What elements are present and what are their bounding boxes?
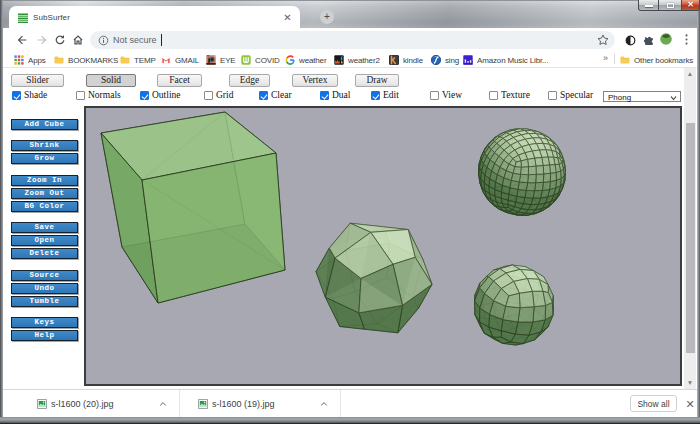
mode-button-draw[interactable]: Draw [355, 74, 399, 87]
extension-puzzle-icon[interactable] [643, 35, 655, 47]
webgl-canvas[interactable] [84, 106, 682, 386]
amazon-music-icon [463, 55, 473, 65]
bookmark-item-apps[interactable]: Apps [14, 54, 46, 66]
minimize-icon [645, 5, 653, 7]
eye-photo-icon [206, 55, 216, 65]
sidebar-button-tumble[interactable]: Tumble [11, 296, 78, 307]
sidebar-button-undo[interactable]: Undo [11, 283, 78, 294]
google-g-icon [285, 55, 295, 65]
checkbox-texture[interactable] [489, 91, 498, 100]
bookmarks-overflow-chevron[interactable]: » [603, 53, 608, 63]
bookmark-item-amazon-music-libr[interactable]: Amazon Music Libr... [463, 54, 548, 66]
close-window-button[interactable]: ✕ [681, 0, 700, 11]
sidebar-button-delete[interactable]: Delete [11, 248, 78, 259]
bookmark-label: Apps [28, 56, 46, 65]
scrollbar-thumb[interactable] [686, 123, 695, 353]
sidebar-button-add-cube[interactable]: Add Cube [11, 119, 78, 130]
info-icon[interactable] [98, 35, 109, 46]
reload-icon[interactable] [54, 34, 66, 46]
page-scrollbar[interactable]: ▲ ▼ [684, 68, 696, 389]
checkbox-dual[interactable] [320, 91, 329, 100]
checkbox-view[interactable] [430, 91, 439, 100]
downloads-divider [340, 390, 341, 418]
forward-icon[interactable] [36, 34, 48, 46]
scroll-up-icon[interactable]: ▲ [686, 70, 694, 78]
download-menu-chevron-icon [158, 399, 168, 409]
bookmark-star-icon[interactable] [597, 34, 609, 46]
sidebar-button-help[interactable]: Help [11, 330, 78, 341]
bookmark-item-kindle[interactable]: kindle [389, 54, 423, 66]
minimize-button[interactable] [638, 0, 659, 11]
bookmark-label: GMAIL [175, 56, 199, 65]
bookmark-label: COVID [255, 56, 280, 65]
bookmark-item-gmail[interactable]: GMAIL [161, 54, 199, 66]
sidebar-button-source[interactable]: Source [11, 270, 78, 281]
mode-button-facet[interactable]: Facet [157, 74, 202, 87]
bookmark-item-sing[interactable]: sing [431, 54, 459, 66]
image-file-icon [198, 399, 208, 409]
checkbox-clear[interactable] [259, 91, 268, 100]
bookmark-item-weather2[interactable]: weather2 [334, 54, 380, 66]
text-caret [161, 34, 162, 46]
browser-toolbar: Not secure [3, 28, 697, 52]
checkbox-label: Dual [332, 90, 350, 100]
menu-kebab-icon[interactable] [681, 33, 692, 46]
apps-grid-icon [14, 55, 24, 65]
mode-button-solid[interactable]: Solid [86, 74, 136, 87]
tab-title: SubSurfer [33, 13, 70, 22]
bookmark-item-covid[interactable]: COVID [241, 54, 280, 66]
browser-tab[interactable]: SubSurfer ✕ [9, 6, 300, 28]
bookmark-item-bookmarks[interactable]: BOOKMARKS [54, 54, 118, 66]
checkbox-label: Outline [152, 90, 181, 100]
shading-select[interactable]: Phong [603, 91, 681, 102]
home-icon[interactable] [72, 34, 84, 46]
sphere-coarse [475, 265, 554, 345]
download-menu-chevron-icon [319, 399, 329, 409]
browser-window: SubSurfer ✕ + ✕ Not secure [0, 0, 700, 424]
checkbox-shade[interactable] [12, 91, 21, 100]
folder-icon [54, 55, 64, 65]
profile-avatar[interactable] [660, 33, 672, 45]
sidebar-button-keys[interactable]: Keys [11, 317, 78, 328]
checkbox-label: View [442, 90, 462, 100]
checkbox-label: Clear [271, 90, 292, 100]
checkbox-grid[interactable] [204, 91, 213, 100]
mode-button-vertex[interactable]: Vertex [292, 74, 338, 87]
checkbox-label: Shade [24, 90, 47, 100]
sidebar-button-shrink[interactable]: Shrink [11, 140, 78, 151]
bookmark-label: weather [299, 56, 326, 65]
sidebar-button-zoom-in[interactable]: Zoom In [11, 175, 78, 186]
new-tab-button[interactable]: + [320, 10, 334, 24]
bookmark-label: kindle [403, 56, 423, 65]
bookmark-label: EYE [220, 56, 236, 65]
tab-close-icon[interactable]: ✕ [282, 12, 293, 23]
sidebar-button-save[interactable]: Save [11, 222, 78, 233]
downloads-divider [179, 390, 180, 418]
checkbox-label: Normals [88, 90, 121, 100]
sidebar-button-zoom-out[interactable]: Zoom Out [11, 188, 78, 199]
show-all-downloads-button[interactable]: Show all [630, 395, 677, 412]
maximize-button[interactable] [659, 0, 681, 11]
mode-button-edge[interactable]: Edge [229, 74, 270, 87]
bookmark-item-eye[interactable]: EYE [206, 54, 236, 66]
checkbox-outline[interactable] [140, 91, 149, 100]
downloads-bar: s-l1600 (20).jpgs-l1600 (19).jpg Show al… [3, 389, 697, 417]
close-icon: ✕ [682, 0, 699, 10]
scroll-down-icon[interactable]: ▼ [686, 379, 694, 387]
checkbox-normals[interactable] [76, 91, 85, 100]
sidebar-button-bg-color[interactable]: BG Color [11, 201, 78, 212]
checkbox-edit[interactable] [371, 91, 380, 100]
checkbox-specular[interactable] [548, 91, 557, 100]
checkbox-label: Edit [383, 90, 399, 100]
bookmark-label: TEMP [134, 56, 156, 65]
extension-moon-icon[interactable] [625, 35, 636, 46]
sidebar-button-grow[interactable]: Grow [11, 153, 78, 164]
sidebar-button-open[interactable]: Open [11, 235, 78, 246]
address-bar[interactable]: Not secure [90, 31, 615, 49]
downloads-close-icon[interactable]: ✕ [684, 398, 696, 410]
bookmark-item-temp[interactable]: TEMP [120, 54, 156, 66]
mode-button-slider[interactable]: Slider [11, 74, 64, 87]
other-bookmarks-button[interactable]: Other bookmarks [620, 54, 693, 66]
bookmark-item-weather[interactable]: weather [285, 54, 326, 66]
back-icon[interactable] [16, 34, 28, 46]
